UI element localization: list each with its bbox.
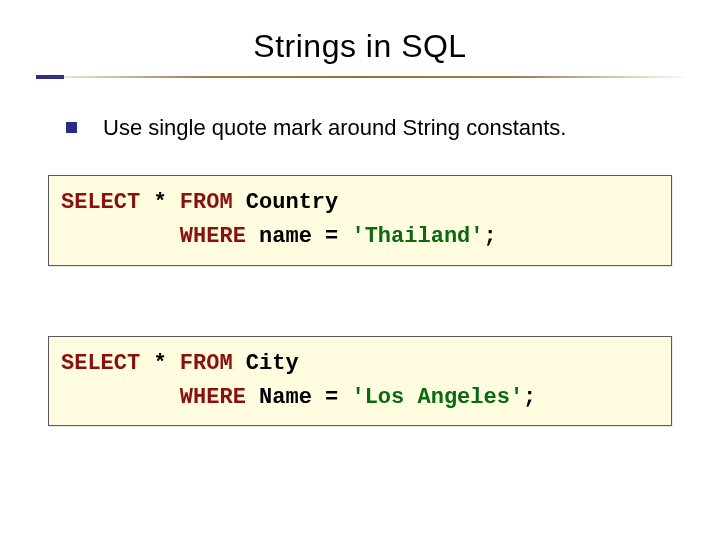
title-underline xyxy=(36,75,684,81)
square-bullet-icon xyxy=(66,122,77,133)
sql-keyword: WHERE xyxy=(180,224,246,249)
sql-keyword: WHERE xyxy=(180,385,246,410)
code-text: * xyxy=(140,351,180,376)
code-text: Country xyxy=(233,190,339,215)
bullet-row: Use single quote mark around String cons… xyxy=(66,115,720,141)
code-text: Name = xyxy=(246,385,352,410)
code-line: SELECT * FROM Country xyxy=(61,186,659,220)
code-text: * xyxy=(140,190,180,215)
sql-string-literal: 'Los Angeles' xyxy=(351,385,523,410)
code-box-1: SELECT * FROM Country WHERE name = 'Thai… xyxy=(48,175,672,265)
sql-keyword: SELECT xyxy=(61,190,140,215)
underline-main xyxy=(36,76,684,78)
code-indent xyxy=(61,224,180,249)
code-line: WHERE name = 'Thailand'; xyxy=(61,220,659,254)
sql-keyword: FROM xyxy=(180,190,233,215)
slide-title: Strings in SQL xyxy=(0,28,720,65)
code-box-2: SELECT * FROM City WHERE Name = 'Los Ang… xyxy=(48,336,672,426)
code-text: name = xyxy=(246,224,352,249)
code-line: SELECT * FROM City xyxy=(61,347,659,381)
code-text: ; xyxy=(523,385,536,410)
code-text: ; xyxy=(484,224,497,249)
code-indent xyxy=(61,385,180,410)
bullet-text: Use single quote mark around String cons… xyxy=(103,115,566,141)
sql-keyword: FROM xyxy=(180,351,233,376)
code-line: WHERE Name = 'Los Angeles'; xyxy=(61,381,659,415)
slide: Strings in SQL Use single quote mark aro… xyxy=(0,28,720,540)
sql-keyword: SELECT xyxy=(61,351,140,376)
code-text: City xyxy=(233,351,299,376)
sql-string-literal: 'Thailand' xyxy=(351,224,483,249)
